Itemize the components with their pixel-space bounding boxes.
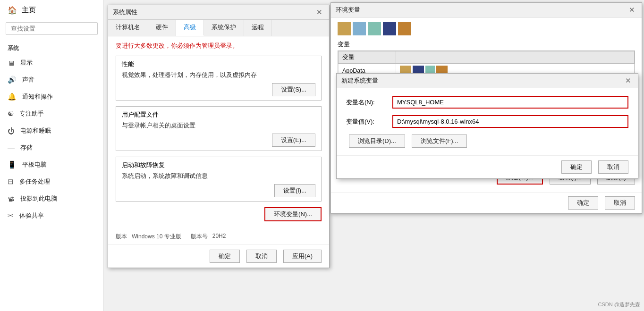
- startup-settings-button[interactable]: 设置(I)...: [274, 184, 315, 197]
- section-userprofile-title: 用户配置文件: [122, 110, 315, 119]
- swatch-4: [383, 22, 396, 35]
- focus-icon: ☯: [8, 109, 14, 118]
- sidebar-item-power[interactable]: ⏻ 电源和睡眠: [0, 122, 103, 139]
- sysprop-tabs: 计算机名 硬件 高级 系统保护 远程: [108, 20, 329, 36]
- dialog-system-properties: 系统属性 ✕ 计算机名 硬件 高级 系统保护 远程 要进行大多数更改，你必须作为…: [108, 5, 330, 268]
- browse-file-button[interactable]: 浏览文件(F)...: [412, 134, 467, 148]
- notification-icon: 🔔: [8, 92, 17, 101]
- search-input[interactable]: [6, 22, 98, 35]
- color-swatches-top: [338, 22, 635, 35]
- tab-advanced[interactable]: 高级: [176, 20, 204, 36]
- user-vars-col-name: 变量: [339, 51, 396, 64]
- sidebar-item-display[interactable]: 🖥 显示: [0, 54, 103, 71]
- var-name-input[interactable]: [392, 96, 628, 109]
- sidebar-item-notifications[interactable]: 🔔 通知和操作: [0, 88, 103, 105]
- sysprop-apply-button[interactable]: 应用(A): [283, 250, 322, 263]
- sidebar-item-label: 专注助手: [19, 109, 44, 118]
- sidebar-item-storage[interactable]: — 存储: [0, 139, 103, 156]
- project-icon: 📽: [8, 195, 15, 203]
- sysprop-notice: 要进行大多数更改，你必须作为管理员登录。: [116, 42, 322, 50]
- sidebar-item-label: 多任务处理: [19, 177, 50, 186]
- performance-settings-button[interactable]: 设置(S)...: [272, 83, 315, 96]
- version-num-value: 20H2: [212, 233, 226, 241]
- section-performance: 性能 视觉效果，处理器计划，内存使用，以及虚拟内存 设置(S)...: [116, 56, 322, 101]
- envvar-cancel-button[interactable]: 取消: [605, 196, 635, 210]
- share-icon: ✂: [8, 211, 14, 220]
- version-info: 版本 Windows 10 专业版 版本号 20H2: [108, 231, 329, 244]
- sidebar-item-label: 平板电脑: [22, 160, 47, 169]
- display-icon: 🖥: [8, 59, 15, 67]
- section-startup-title: 启动和故障恢复: [122, 161, 315, 169]
- sysprop-titlebar: 系统属性 ✕: [108, 5, 329, 20]
- sidebar-item-share[interactable]: ✂ 体验共享: [0, 207, 103, 224]
- tab-system-protection[interactable]: 系统保护: [204, 20, 244, 36]
- sysprop-close-button[interactable]: ✕: [314, 8, 324, 17]
- section-userprofile-desc: 与登录帐户相关的桌面设置: [122, 122, 315, 130]
- sidebar-item-label: 显示: [20, 59, 33, 67]
- sidebar-item-label: 电源和睡眠: [20, 126, 51, 135]
- sidebar: 🏠 主页 系统 🖥 显示 🔊 声音 🔔 通知和操作 ☯ 专注助手 ⏻ 电源和睡眠…: [0, 0, 104, 311]
- var-value-input[interactable]: [392, 115, 628, 128]
- sidebar-section-label: 系统: [0, 41, 103, 54]
- tab-remote[interactable]: 远程: [244, 20, 272, 36]
- newsysvar-close-button[interactable]: ✕: [623, 76, 633, 85]
- multitask-icon: ⊟: [8, 177, 14, 186]
- section-performance-title: 性能: [122, 60, 315, 68]
- swatch-2: [353, 22, 366, 35]
- power-icon: ⏻: [8, 127, 15, 135]
- var-value-label: 变量值(V):: [346, 118, 389, 126]
- newsysvar-footer: 确定 取消: [337, 155, 638, 178]
- sidebar-item-multitask[interactable]: ⊟ 多任务处理: [0, 173, 103, 190]
- swatch-1: [338, 22, 351, 35]
- newsysvar-browse-buttons: 浏览目录(D)... 浏览文件(F)...: [346, 134, 628, 148]
- newsysvar-ok-button[interactable]: 确定: [561, 160, 592, 174]
- section-userprofile: 用户配置文件 与登录帐户相关的桌面设置 设置(E)...: [116, 106, 322, 151]
- version-value: Windows 10 专业版: [132, 233, 181, 241]
- sysprop-cancel-button[interactable]: 取消: [246, 250, 277, 263]
- section-startup-recovery: 启动和故障恢复 系统启动，系统故障和调试信息 设置(I)...: [116, 157, 322, 202]
- sysprop-ok-button[interactable]: 确定: [210, 250, 240, 263]
- user-vars-label: 变量: [338, 40, 635, 49]
- sidebar-header: 🏠 主页: [0, 0, 103, 20]
- envvar-footer: 确定 取消: [331, 192, 642, 213]
- envvar-close-button[interactable]: ✕: [627, 6, 637, 14]
- swatch-5: [398, 22, 411, 35]
- section-startup-desc: 系统启动，系统故障和调试信息: [122, 172, 315, 180]
- sidebar-item-tablet[interactable]: 📱 平板电脑: [0, 156, 103, 173]
- sysprop-title: 系统属性: [113, 8, 137, 17]
- home-icon: 🏠: [8, 6, 17, 15]
- userprofile-settings-button[interactable]: 设置(E)...: [272, 134, 315, 147]
- envvar-ok-button[interactable]: 确定: [568, 196, 598, 210]
- sidebar-item-label: 投影到此电脑: [20, 194, 57, 203]
- dialog-new-sys-var: 新建系统变量 ✕ 变量名(N): 变量值(V): 浏览目录(D)... 浏览文件…: [336, 73, 638, 179]
- sidebar-item-label: 存储: [20, 143, 33, 152]
- storage-icon: —: [8, 144, 15, 152]
- sound-icon: 🔊: [8, 76, 17, 84]
- user-vars-col-value: [396, 51, 635, 64]
- var-name-row: 变量名(N):: [346, 96, 628, 109]
- newsysvar-titlebar: 新建系统变量 ✕: [337, 74, 638, 88]
- watermark: CSDN @造梦先森: [598, 301, 640, 308]
- section-performance-desc: 视觉效果，处理器计划，内存使用，以及虚拟内存: [122, 71, 315, 79]
- newsysvar-body: 变量名(N): 变量值(V): 浏览目录(D)... 浏览文件(F)...: [337, 88, 638, 155]
- sidebar-item-label: 体验共享: [19, 211, 44, 220]
- tab-hardware[interactable]: 硬件: [148, 20, 176, 36]
- var-name-label: 变量名(N):: [346, 98, 389, 107]
- sidebar-item-label: 声音: [22, 76, 34, 84]
- sidebar-item-label: 通知和操作: [22, 92, 53, 101]
- tablet-icon: 📱: [8, 160, 17, 169]
- var-value-row: 变量值(V):: [346, 115, 628, 128]
- sysprop-footer: 确定 取消 应用(A): [108, 244, 329, 268]
- sidebar-item-focus[interactable]: ☯ 专注助手: [0, 105, 103, 122]
- sidebar-item-project[interactable]: 📽 投影到此电脑: [0, 190, 103, 207]
- sysprop-body: 要进行大多数更改，你必须作为管理员登录。 性能 视觉效果，处理器计划，内存使用，…: [108, 36, 329, 231]
- newsysvar-cancel-button[interactable]: 取消: [598, 160, 628, 174]
- browse-dir-button[interactable]: 浏览目录(D)...: [349, 134, 405, 148]
- envvar-title: 环境变量: [336, 6, 360, 14]
- version-label: 版本: [116, 233, 127, 241]
- tab-computer-name[interactable]: 计算机名: [108, 20, 148, 36]
- envvar-button[interactable]: 环境变量(N)...: [264, 207, 322, 221]
- swatch-3: [368, 22, 381, 35]
- sidebar-item-sound[interactable]: 🔊 声音: [0, 71, 103, 88]
- envvar-titlebar: 环境变量 ✕: [331, 3, 642, 17]
